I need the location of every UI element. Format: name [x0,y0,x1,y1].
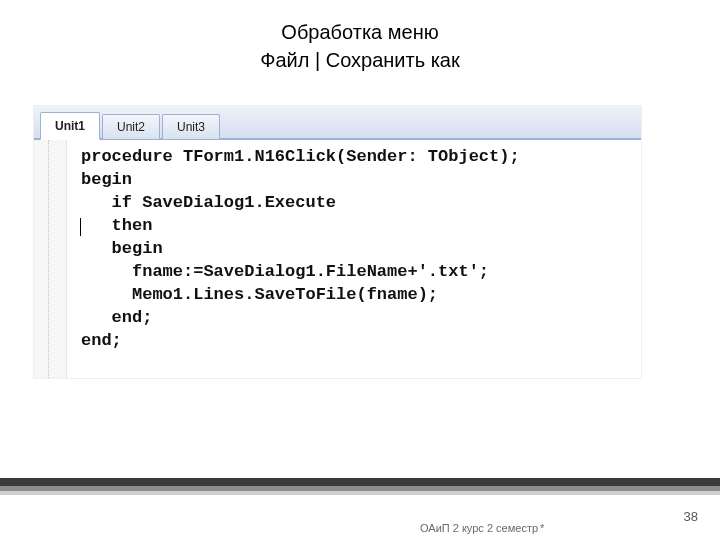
slide-title-line1: Обработка меню [0,18,720,46]
gutter [34,140,67,378]
tab-unit2[interactable]: Unit2 [102,114,160,139]
footer-course: ОАиП 2 курс 2 семестр [420,522,538,534]
slide-title-line2: Файл | Сохранить как [0,46,720,74]
text-caret [80,218,81,236]
footer-date: * [540,522,544,534]
slide-number: 38 [684,509,698,524]
editor-tabstrip: Unit1 Unit2 Unit3 [34,106,641,140]
tab-unit1[interactable]: Unit1 [40,112,100,140]
code-text: procedure TForm1.N16Click(Sender: TObjec… [67,140,641,378]
tab-unit3[interactable]: Unit3 [162,114,220,139]
slide-decoration [0,466,720,502]
code-area: procedure TForm1.N16Click(Sender: TObjec… [34,140,641,378]
ide-screenshot: Unit1 Unit2 Unit3 procedure TForm1.N16Cl… [34,106,641,378]
